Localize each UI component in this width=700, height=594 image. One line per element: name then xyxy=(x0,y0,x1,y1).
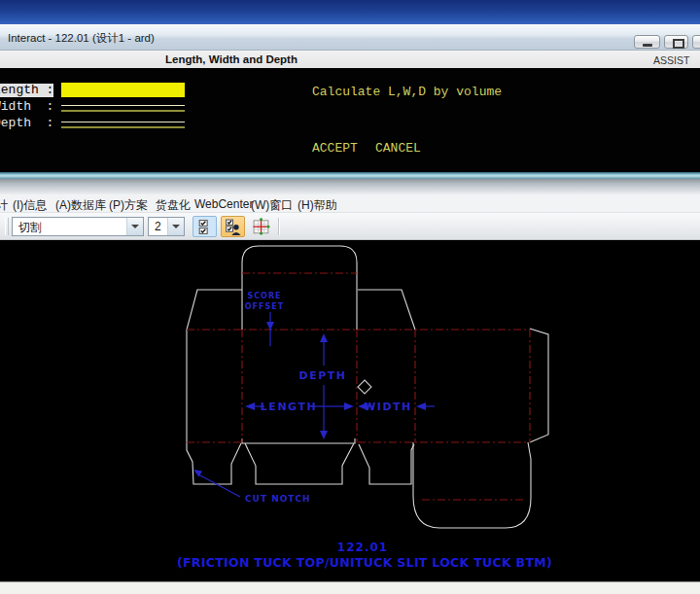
cut-style-dropdown[interactable]: 切割 xyxy=(12,217,144,236)
length-label: Length : xyxy=(0,84,53,97)
dimension-grid-icon xyxy=(253,218,270,235)
width-annotation: WIDTH xyxy=(364,401,412,413)
score-offset-label-line1: SCORE xyxy=(247,292,281,300)
user-prompts-button[interactable] xyxy=(221,216,245,237)
cancel-button[interactable]: CANCEL xyxy=(375,141,421,156)
toolbar-separator xyxy=(278,218,280,235)
depth-input[interactable] xyxy=(61,122,185,128)
dialog-header: Length, Width and Depth ASSIST xyxy=(0,51,700,68)
calculate-by-volume-option[interactable]: Calculate L,W,D by volume xyxy=(312,85,502,99)
dialog-body: Length : Width : Depth : Calculate L,W,D… xyxy=(0,68,700,172)
drawing-canvas[interactable]: SCORE OFFSET DEPTH LENGTH WIDTH CUT NOTC… xyxy=(0,240,700,581)
chevron-down-icon[interactable] xyxy=(167,218,184,235)
width-input[interactable] xyxy=(61,105,185,112)
depth-label: Depth : xyxy=(0,117,53,130)
minimize-icon xyxy=(643,44,652,47)
toolbar-grip[interactable] xyxy=(5,218,9,235)
length-annotation: LENGTH xyxy=(261,401,317,413)
cut-style-value: 切割 xyxy=(18,220,42,236)
dieline-cut-lines xyxy=(187,246,548,528)
checklist-user-icon xyxy=(225,219,241,235)
dialog-window-border xyxy=(0,172,700,179)
dialog-titlebar: Interact - 122.01 (设计1 - ard) xyxy=(0,24,700,51)
count-value: 2 xyxy=(155,220,161,233)
dieline-drawing: SCORE OFFSET DEPTH LENGTH WIDTH CUT NOTC… xyxy=(0,240,700,581)
dialog-title: Length, Width and Depth xyxy=(165,53,298,65)
assist-button[interactable]: ASSIST xyxy=(653,54,689,66)
checklist-icon xyxy=(196,219,213,235)
width-label: Width : xyxy=(0,100,53,114)
window-chrome xyxy=(0,179,700,194)
cut-notch-annotation: CUT NOTCH xyxy=(245,494,311,504)
length-input[interactable] xyxy=(61,83,185,97)
minimize-button[interactable] xyxy=(634,35,660,49)
design-code: 122.01 xyxy=(337,541,388,554)
maximize-button[interactable] xyxy=(664,35,688,49)
close-button-partial[interactable] xyxy=(692,35,700,49)
chevron-down-icon[interactable] xyxy=(126,218,143,235)
status-bar xyxy=(0,581,700,594)
prompted-checklist-button[interactable] xyxy=(192,216,217,237)
count-dropdown[interactable]: 2 xyxy=(148,217,185,236)
score-offset-label-line2: OFFSET xyxy=(245,302,284,311)
cursor-diamond-icon xyxy=(358,380,371,394)
window-title: Interact - 122.01 (设计1 - ard) xyxy=(8,31,155,46)
background-window-titlebar xyxy=(0,0,700,24)
design-name: (FRICTION TUCK TOP/UNITUCK SLIT LOCK TUC… xyxy=(177,555,552,570)
accept-button[interactable]: ACCEPT xyxy=(312,141,358,156)
menubar: 计 (I)信息 (A)数据库 (P)方案 货盘化 WebCenter (W)窗口… xyxy=(0,194,700,213)
maximize-icon xyxy=(673,39,684,49)
depth-annotation: DEPTH xyxy=(299,369,347,382)
dimension-grid-button[interactable] xyxy=(249,216,273,237)
toolbar: 切割 2 xyxy=(0,213,700,240)
